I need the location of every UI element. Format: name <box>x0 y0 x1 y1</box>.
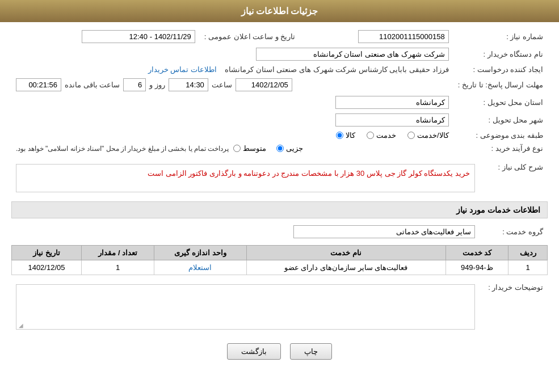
response-days: 6 <box>123 78 146 91</box>
col-header-qty: تعداد / مقدار <box>81 246 154 260</box>
services-data-table: ردیف کد خدمت نام خدمت واحد اندازه گیری ت… <box>11 245 548 275</box>
buyer-notes-label: توضیحات خریدار : <box>480 280 548 334</box>
city-value: کرمانشاه <box>335 113 449 127</box>
col-header-date: تاریخ نیاز <box>12 246 82 260</box>
radio-goods-service[interactable] <box>407 132 415 139</box>
row-number: 1 <box>508 260 548 275</box>
radio-partial-label: جزیی <box>286 144 303 153</box>
buyer-notes-box: ◢ <box>16 284 475 330</box>
radio-partial-item: جزیی <box>276 144 303 153</box>
radio-partial[interactable] <box>276 145 284 152</box>
province-value: کرمانشاه <box>335 96 449 109</box>
col-header-name: نام خدمت <box>246 246 445 260</box>
resize-handle-icon: ◢ <box>18 322 23 328</box>
row-name: فعالیت‌های سایر سازمان‌های دارای عضو <box>246 260 445 275</box>
row-unit: استعلام <box>154 260 246 275</box>
need-number-label: شماره نیاز : <box>453 28 548 45</box>
buyer-notes-table: توضیحات خریدار : ◢ <box>11 280 548 334</box>
radio-service-item: خدمت <box>367 131 396 140</box>
need-desc-value: خرید یکدستگاه کولر گاز جی پلاس 30 هزار ب… <box>16 164 475 192</box>
action-buttons: چاپ بازگشت <box>11 343 548 360</box>
creator-value: فرزاد حقیقی بابایی کارشناس شرکت شهرک های… <box>225 65 449 74</box>
pub-date-label: تاریخ و ساعت اعلان عمومی : <box>200 28 300 45</box>
page-title: جزئیات اطلاعات نیاز <box>241 6 318 16</box>
response-time-label: ساعت <box>212 81 232 89</box>
col-header-unit: واحد اندازه گیری <box>154 246 246 260</box>
col-header-row: ردیف <box>508 246 548 260</box>
service-group-label: گروه خدمت : <box>480 223 548 241</box>
row-qty: 1 <box>81 260 154 275</box>
main-info-table: شماره نیاز : 1102001115000158 تاریخ و سا… <box>11 28 548 155</box>
back-button[interactable]: بازگشت <box>227 343 281 360</box>
radio-service-label: خدمت <box>376 131 396 140</box>
need-desc-label: شرح کلی نیاز : <box>480 159 548 197</box>
response-remaining: 00:21:56 <box>16 78 61 91</box>
city-label: شهر محل تحویل : <box>453 111 548 129</box>
service-group-value: سایر فعالیت‌های خدماتی <box>293 225 475 238</box>
col-header-code: کد خدمت <box>445 246 508 260</box>
radio-goods[interactable] <box>336 132 343 139</box>
response-date: 1402/12/05 <box>236 78 292 91</box>
table-row: 1 ظ-94-949 فعالیت‌های سایر سازمان‌های دا… <box>12 260 548 275</box>
radio-goods-service-label: کالا/خدمت <box>417 131 449 140</box>
response-time: 14:30 <box>169 78 208 91</box>
contact-link[interactable]: اطلاعات تماس خریدار <box>148 65 217 74</box>
radio-medium-label: متوسط <box>243 144 266 153</box>
category-label: طبقه بندی موضوعی : <box>453 129 548 142</box>
radio-goods-label: کالا <box>346 131 355 140</box>
radio-medium[interactable] <box>233 145 241 152</box>
buyer-org-label: نام دستگاه خریدار : <box>453 45 548 63</box>
need-desc-table: شرح کلی نیاز : خرید یکدستگاه کولر گاز جی… <box>11 159 548 197</box>
response-remaining-label: ساعت باقی مانده <box>65 81 120 89</box>
radio-goods-item: کالا <box>336 131 355 140</box>
creator-label: ایجاد کننده درخواست : <box>453 63 548 76</box>
pub-date-value: 1402/11/29 - 12:40 <box>82 30 195 43</box>
process-label: نوع فرآیند خرید : <box>453 142 548 155</box>
row-code: ظ-94-949 <box>445 260 508 275</box>
response-days-label: روز و <box>149 81 165 89</box>
service-group-table: گروه خدمت : سایر فعالیت‌های خدماتی <box>11 223 548 241</box>
row-date: 1402/12/05 <box>12 260 82 275</box>
services-section-title: اطلاعات خدمات مورد نیاز <box>11 201 548 218</box>
buyer-org-value: شرکت شهرک های صنعتی استان کرمانشاه <box>256 48 449 61</box>
process-note: پرداخت تمام یا بخشی از مبلغ خریدار از مح… <box>16 145 229 153</box>
radio-medium-item: متوسط <box>233 144 266 153</box>
need-number-value: 1102001115000158 <box>358 30 449 43</box>
print-button[interactable]: چاپ <box>290 343 332 360</box>
province-label: استان محل تحویل : <box>453 94 548 111</box>
page-header: جزئیات اطلاعات نیاز <box>0 0 559 22</box>
response-deadline-label: مهلت ارسال پاسخ: تا تاریخ : <box>453 76 548 94</box>
radio-service[interactable] <box>367 132 374 139</box>
radio-goods-service-item: کالا/خدمت <box>407 131 449 140</box>
